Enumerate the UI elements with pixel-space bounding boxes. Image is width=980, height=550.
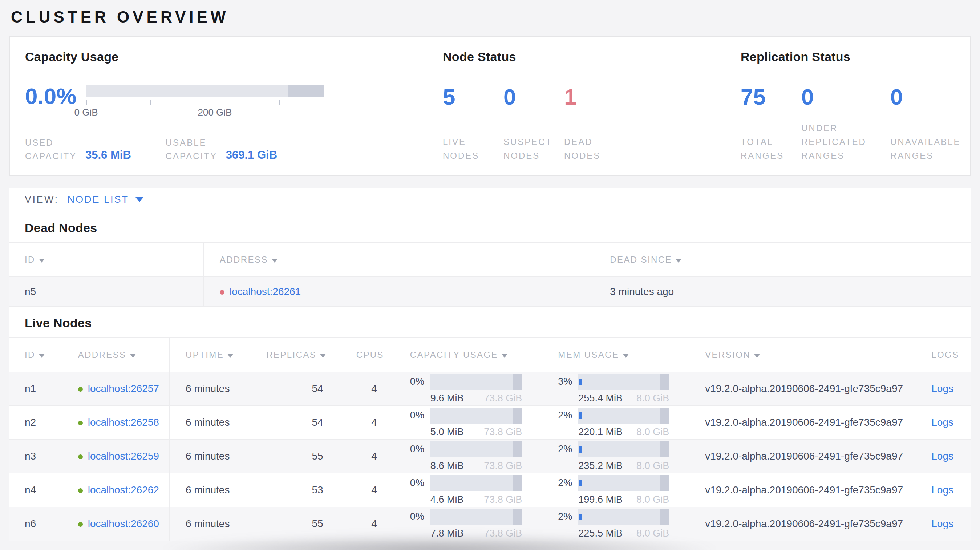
cell-uptime: 6 minutes — [170, 473, 250, 507]
dead-nodes-label: DEADNODES — [564, 135, 625, 163]
used-capacity-stat: USEDCAPACITY35.6 MiB — [25, 136, 131, 163]
cell-address: localhost:26258 — [62, 406, 169, 440]
sort-desc-icon — [320, 354, 326, 358]
cell-mem: 2%220.1 MiB8.0 GiB — [542, 406, 689, 440]
usable-capacity-value: 369.1 GiB — [226, 149, 277, 162]
node-address-link[interactable]: localhost:26258 — [88, 416, 159, 428]
column-header-label: REPLICAS — [266, 350, 317, 360]
used-capacity-label: USEDCAPACITY — [25, 136, 85, 163]
column-header-uptime[interactable]: UPTIME — [170, 338, 250, 372]
view-selected-value: NODE LIST — [68, 194, 129, 205]
cell-logs: Logs — [915, 372, 970, 406]
label-line: TOTAL — [741, 135, 801, 149]
node-address-link[interactable]: localhost:26262 — [88, 484, 159, 496]
cell-address: localhost:26260 — [62, 507, 169, 541]
node-logs-link[interactable]: Logs — [931, 518, 953, 529]
column-header-label: LOGS — [931, 350, 959, 360]
column-header-id[interactable]: ID — [10, 338, 62, 372]
mem-percent: 2% — [558, 443, 578, 455]
column-header-capacity[interactable]: CAPACITY USAGE — [394, 338, 542, 372]
cell-capacity: 0%7.8 MiB73.8 GiB — [394, 507, 542, 541]
usage-bar-track — [578, 408, 669, 424]
dead-status-dot — [220, 290, 224, 295]
column-header-address[interactable]: ADDRESS — [204, 243, 593, 277]
column-header-label: UPTIME — [186, 350, 224, 360]
column-header-replicas[interactable]: REPLICAS — [250, 338, 340, 372]
label-line: UNDER- — [801, 121, 890, 135]
replication-status-section: Replication Status 75TOTALRANGES0UNDER-R… — [741, 50, 955, 175]
usage-bar-fill — [579, 378, 582, 385]
cell-replicas: 55 — [250, 440, 340, 473]
suspect-nodes-label: SUSPECTNODES — [503, 135, 564, 163]
node-logs-link[interactable]: Logs — [931, 484, 953, 496]
cell-cpus: 4 — [340, 440, 394, 473]
live-status-dot — [78, 421, 83, 425]
node-logs-link[interactable]: Logs — [931, 416, 953, 428]
mem-percent: 2% — [558, 477, 578, 489]
mem-total-value: 8.0 GiB — [636, 494, 669, 505]
capacity-total-value: 73.8 GiB — [484, 460, 522, 472]
sort-desc-icon — [130, 354, 136, 358]
cell-mem: 3%255.4 MiB8.0 GiB — [542, 372, 689, 406]
view-selector-dropdown[interactable]: NODE LIST — [68, 194, 144, 205]
mem-usage-bar: 3%255.4 MiB8.0 GiB — [558, 372, 669, 405]
bar-line: 0% — [410, 408, 522, 424]
table-row: n4localhost:262626 minutes5340%4.6 MiB73… — [10, 473, 970, 507]
column-header-version[interactable]: VERSION — [689, 338, 915, 372]
node-logs-link[interactable]: Logs — [931, 450, 953, 462]
unavailable-ranges-count: 0 — [890, 86, 955, 108]
bar-line: 2% — [558, 441, 669, 457]
node-address-link[interactable]: localhost:26260 — [88, 518, 159, 529]
capacity-usage-bar: 0%7.8 MiB73.8 GiB — [410, 507, 522, 540]
node-address-link[interactable]: localhost:26257 — [88, 383, 159, 394]
node-logs-link[interactable]: Logs — [931, 383, 953, 394]
cell-capacity: 0%5.0 MiB73.8 GiB — [394, 406, 542, 440]
cell-cpus: 4 — [340, 406, 394, 440]
capacity-total-value: 73.8 GiB — [484, 494, 522, 505]
live-nodes-table: IDADDRESSUPTIMEREPLICASCPUSCAPACITY USAG… — [10, 337, 970, 541]
usage-bar-reserved-segment — [660, 408, 669, 424]
usage-bar-track — [578, 374, 669, 390]
table-row: n5localhost:262613 minutes ago — [10, 277, 970, 307]
column-header-id[interactable]: ID — [10, 243, 204, 277]
cell-id: n6 — [10, 507, 62, 541]
summary-card: Capacity Usage 0.0% 0 GiB200 GiB USEDCAP… — [10, 37, 970, 176]
cell-mem: 2%225.5 MiB8.0 GiB — [542, 507, 689, 541]
sort-desc-icon — [39, 354, 45, 358]
sort-desc-icon — [502, 354, 508, 358]
column-header-address[interactable]: ADDRESS — [62, 338, 169, 372]
table-row: n6localhost:262606 minutes5540%7.8 MiB73… — [10, 507, 970, 541]
node-status-section: Node Status 5LIVENODES0SUSPECTNODES1DEAD… — [443, 50, 741, 175]
sort-desc-icon — [39, 259, 45, 263]
column-header-dead_since[interactable]: DEAD SINCE — [594, 243, 970, 277]
label-line: USABLE — [165, 136, 226, 149]
column-header-label: DEAD SINCE — [610, 255, 672, 264]
usage-bar-track — [430, 509, 522, 525]
mem-total-value: 8.0 GiB — [636, 426, 669, 438]
capacity-total-value: 73.8 GiB — [484, 528, 522, 539]
cluster-overview-page: CLUSTER OVERVIEW Capacity Usage 0.0% 0 G… — [0, 0, 980, 550]
usage-bar-fill — [579, 446, 582, 453]
mem-used-value: 199.6 MiB — [578, 494, 622, 505]
column-header-cpus: CPUS — [340, 338, 394, 372]
capacity-used-value: 8.6 MiB — [430, 460, 464, 472]
column-header-label: ADDRESS — [78, 350, 126, 360]
node-address-link[interactable]: localhost:26261 — [229, 286, 301, 297]
cell-uptime: 6 minutes — [170, 372, 250, 406]
bar-values: 255.4 MiB8.0 GiB — [578, 393, 669, 404]
cell-uptime: 6 minutes — [170, 507, 250, 541]
cell-dead_since: 3 minutes ago — [594, 277, 970, 307]
cell-address: localhost:26261 — [204, 277, 593, 307]
sort-desc-icon — [272, 259, 277, 263]
cell-id: n5 — [10, 277, 204, 307]
axis-tick — [86, 100, 87, 105]
live-nodes-label: LIVENODES — [443, 135, 503, 163]
node-address-link[interactable]: localhost:26259 — [88, 450, 159, 462]
column-header-mem[interactable]: MEM USAGE — [542, 338, 689, 372]
cell-replicas: 53 — [250, 473, 340, 507]
mem-usage-bar: 2%220.1 MiB8.0 GiB — [558, 406, 669, 439]
cell-uptime: 6 minutes — [170, 440, 250, 473]
capacity-used-percent: 0.0% — [25, 85, 86, 108]
label-line: RANGES — [741, 149, 801, 163]
cell-capacity: 0%4.6 MiB73.8 GiB — [394, 473, 542, 507]
